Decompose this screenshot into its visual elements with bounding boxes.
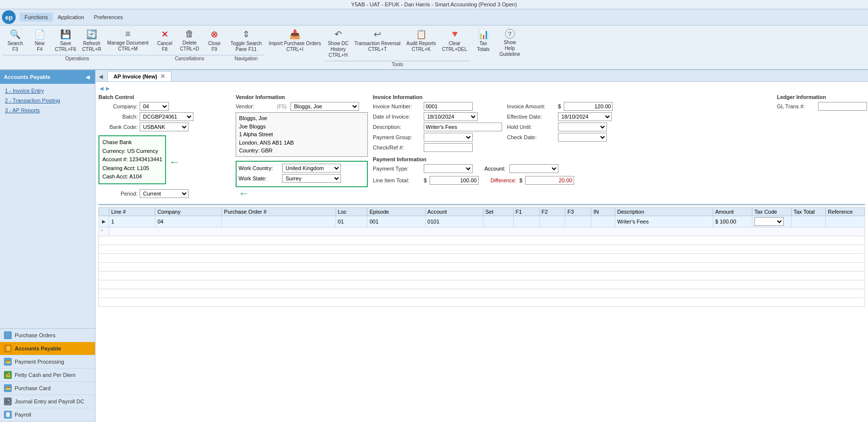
delete-button[interactable]: 🗑 DeleteCTRL+D	[177, 27, 202, 54]
sidebar-item-transaction-posting[interactable]: 2 - Transaction Posting	[0, 96, 95, 105]
batch-select[interactable]: DCGBP24061	[140, 112, 193, 121]
module-payroll[interactable]: 📑 Payroll	[0, 408, 95, 422]
hold-until-select[interactable]	[558, 123, 607, 131]
description-row: Description:	[373, 123, 502, 131]
check-ref-input[interactable]	[424, 143, 473, 152]
sidebar: Accounts Payable ◄ 1 - Invoice Entry 2 -…	[0, 70, 96, 422]
difference-input[interactable]	[525, 176, 574, 185]
show-dc-button[interactable]: ↶ Show DCHistoryCTRL+H	[325, 27, 351, 60]
audit-reports-button[interactable]: 📋 Audit ReportsCTRL+K	[404, 27, 439, 60]
content-area: ◄ AP Invoice (New) ✕ ◄► Batch Control Co…	[96, 70, 868, 422]
cell-taxcode[interactable]	[752, 216, 792, 227]
invoice-amount-input[interactable]	[564, 102, 613, 111]
date-of-invoice-select[interactable]: 18/10/2024	[424, 112, 478, 121]
account-select[interactable]	[509, 164, 558, 173]
payment-group-select[interactable]	[424, 133, 473, 142]
table-row[interactable]: ► 1 04 01 001 0101 Writer'	[99, 216, 865, 227]
clear-button[interactable]: 🔻 ClearCTRL+DEL	[439, 27, 470, 60]
import-po-button[interactable]: 📥 Import Purchase OrdersCTRL+I	[265, 27, 324, 54]
line-item-total-input[interactable]	[430, 176, 479, 185]
delete-icon: 🗑	[185, 29, 194, 39]
work-country-select[interactable]: United Kingdom	[282, 164, 341, 173]
invoice-number-input[interactable]	[424, 102, 473, 111]
sidebar-item-ap-reports[interactable]: 3 - AP Reports	[0, 105, 95, 115]
show-help-button[interactable]: ? ShowHelpGuideline	[497, 27, 523, 59]
module-purchase-card[interactable]: 💳 Purchase Card	[0, 382, 95, 395]
tax-totals-button[interactable]: 📊 TaxTotals	[471, 27, 496, 54]
tools-label: Tools	[325, 61, 470, 67]
tab-ap-invoice[interactable]: AP Invoice (New) ✕	[107, 71, 171, 81]
clear-icon: 🔻	[449, 29, 460, 40]
refresh-button[interactable]: 🔄 RefreshCTRL+R	[79, 27, 104, 54]
title-bar: Y5AB - UAT - EPUK - Dan Harris - Smart A…	[0, 0, 868, 9]
save-button[interactable]: 💾 SaveCTRL+F6	[52, 27, 79, 54]
separator	[98, 204, 865, 205]
toggle-search-button[interactable]: ⇕ Toggle SearchPane F11	[228, 27, 265, 54]
cell-account[interactable]: 0101	[425, 216, 483, 227]
sidebar-title: Accounts Payable	[4, 74, 50, 80]
col-episode: Episode	[367, 207, 425, 216]
module-petty-cash[interactable]: 💰 Petty Cash and Per Diem	[0, 369, 95, 382]
cell-line[interactable]: 1	[109, 216, 155, 227]
new-button[interactable]: 📄 NewF4	[27, 27, 52, 54]
taxcode-select[interactable]	[754, 217, 784, 226]
form-nav-arrows[interactable]: ◄►	[98, 85, 111, 92]
period-select[interactable]: Current	[140, 189, 189, 198]
data-grid: Line # Company Purchase Order # Loc Epis…	[98, 207, 865, 307]
empty-row-8	[99, 298, 865, 306]
company-select[interactable]: 04	[140, 102, 169, 111]
ledger-info-title: Ledger Information	[777, 94, 865, 100]
work-country-arrow: ←	[239, 187, 249, 199]
cell-amount[interactable]: $ 100.00	[713, 216, 752, 227]
module-accounts-payable[interactable]: 📒 Accounts Payable	[0, 342, 95, 355]
cell-loc[interactable]: 01	[336, 216, 367, 227]
date-of-invoice-row: Date of Invoice: 18/10/2024	[373, 112, 502, 121]
empty-row-2	[99, 245, 865, 253]
sidebar-item-invoice-entry[interactable]: 1 - Invoice Entry	[0, 86, 95, 96]
menu-item-functions[interactable]: Functions	[20, 13, 53, 22]
description-input[interactable]	[424, 123, 502, 131]
cell-set[interactable]	[483, 216, 513, 227]
cancel-button[interactable]: ✕ CancelF8	[152, 27, 177, 54]
module-journal-entry[interactable]: 📓 Journal Entry and Payroll DC	[0, 395, 95, 408]
cell-f2[interactable]	[539, 216, 565, 227]
tab-nav-left[interactable]: ◄	[97, 73, 104, 80]
check-date-select[interactable]	[558, 133, 607, 142]
work-country-box: Work Country: United Kingdom Work State:…	[236, 161, 368, 187]
new-table-row[interactable]: *	[99, 227, 865, 236]
close-button[interactable]: ⊗ CloseF9	[202, 27, 227, 54]
menu-item-application[interactable]: Application	[53, 13, 89, 22]
invoice-left-col: Invoice Number: Date of Invoice: 18/10/2…	[373, 102, 502, 153]
menu-item-preferences[interactable]: Preferences	[89, 13, 128, 22]
sidebar-collapse-icon[interactable]: ◄	[84, 73, 91, 81]
line-item-total-row: Line Item Total: $ Difference: $	[373, 176, 772, 185]
check-ref-row: Check/Ref #:	[373, 143, 502, 152]
vendor-detail-4: London, ANS AB1 1AB	[239, 139, 364, 147]
module-purchase-orders[interactable]: 🛒 Purchase Orders	[0, 329, 95, 342]
payment-type-select[interactable]	[424, 164, 473, 173]
vendor-select[interactable]: Bloggs, Joe	[290, 102, 359, 111]
data-grid-container: Line # Company Purchase Order # Loc Epis…	[98, 207, 865, 307]
bank-code-select[interactable]: USBANK	[140, 123, 189, 131]
hold-until-label: Hold Until:	[507, 124, 556, 130]
check-date-label: Check Date:	[507, 134, 556, 140]
cell-po[interactable]	[222, 216, 336, 227]
gl-trans-input[interactable]	[818, 102, 867, 111]
cell-f3[interactable]	[565, 216, 591, 227]
purchase-card-icon: 💳	[4, 384, 12, 392]
cell-taxtotal[interactable]	[792, 216, 826, 227]
manage-doc-button[interactable]: ≡ Manage DocumentCTRL+M	[104, 27, 152, 54]
work-state-select[interactable]: Surrey	[282, 174, 341, 183]
cell-description[interactable]: Writer's Fees	[615, 216, 713, 227]
work-country-label: Work Country:	[239, 165, 280, 171]
cell-company[interactable]: 04	[155, 216, 222, 227]
search-button[interactable]: 🔍 SearchF3	[3, 27, 27, 54]
cell-in[interactable]	[591, 216, 615, 227]
transaction-reversal-button[interactable]: ↩ Transaction ReversalCTRL+T	[351, 27, 403, 60]
tab-close-icon[interactable]: ✕	[160, 73, 165, 80]
cell-reference[interactable]	[826, 216, 865, 227]
module-payment-processing[interactable]: 💳 Payment Processing	[0, 355, 95, 369]
effective-date-select[interactable]: 18/10/2024	[558, 112, 612, 121]
cell-episode[interactable]: 001	[367, 216, 425, 227]
cell-f1[interactable]	[513, 216, 539, 227]
